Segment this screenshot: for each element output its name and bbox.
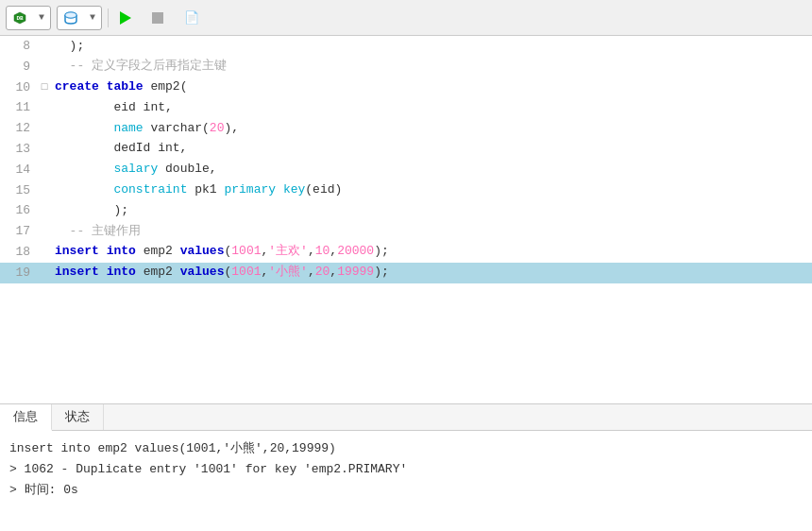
explain-icon: 📄 [184,10,199,25]
table-row: 10□create table emp2( [0,77,812,98]
svg-point-3 [65,12,76,18]
fold-icon [38,57,51,77]
output-line: > 时间: 0s [9,480,803,501]
fold-icon [38,118,51,139]
line-number: 11 [0,97,38,118]
explain-button[interactable]: 📄 [178,9,209,26]
code-segment: constraint [113,182,187,197]
code-segment: (eid) [305,182,342,197]
code-segment [55,121,113,135]
svg-text:DB: DB [16,15,24,22]
code-segment: ), [224,121,239,135]
panel-tabs: 信息状态 [0,404,812,431]
code-segment: eid int, [55,100,173,114]
code-line[interactable]: eid int, [51,97,812,118]
code-line[interactable]: -- 主键作用 [51,221,812,242]
db-icon: DB [12,10,27,26]
panel-tab-info[interactable]: 信息 [0,404,52,431]
code-segment: emp2 [136,265,180,279]
table-row: 15 constraint pk1 primary key(eid) [0,180,812,201]
code-segment: -- 定义字段之后再指定主键 [55,59,227,73]
line-number: 9 [0,57,38,77]
panel-content: insert into emp2 values(1001,'小熊',20,199… [0,431,812,508]
table-row: 16 ); [0,200,812,221]
code-segment: emp2( [144,79,188,94]
table-row: 12 name varchar(20), [0,118,812,139]
code-line[interactable]: create table emp2( [51,77,812,98]
fold-icon [38,36,51,57]
code-segment: 20 [210,121,225,135]
output-line: > 1062 - Duplicate entry '1001' for key … [9,459,803,480]
bottom-panel: 信息状态 insert into emp2 values(1001,'小熊',2… [0,404,812,531]
panel-tab-status[interactable]: 状态 [52,404,104,430]
db-selector[interactable]: DB ▼ [6,6,51,30]
schema-selector[interactable]: ▼ [57,6,102,30]
line-number: 10 [0,77,38,98]
code-segment [99,79,107,94]
run-button[interactable] [114,9,141,26]
code-segment: salary [113,162,158,176]
code-segment: dedId int, [55,141,187,155]
code-segment: 10 [315,244,330,258]
code-segment: varchar( [144,121,210,135]
code-segment: ); [374,244,389,258]
code-line[interactable]: ); [51,200,812,221]
line-number: 12 [0,118,38,139]
code-segment: values [180,244,225,258]
line-number: 19 [0,263,38,283]
code-segment: values [180,265,225,279]
code-segment [55,182,113,197]
line-number: 13 [0,139,38,160]
code-segment: pk1 [187,182,224,197]
fold-icon [38,160,51,180]
code-line[interactable]: dedId int, [51,139,812,160]
code-line[interactable]: constraint pk1 primary key(eid) [51,180,812,201]
schema-dropdown-icon: ▼ [90,12,95,23]
separator-1 [108,9,109,27]
toolbar: DB ▼ ▼ 📄 [0,0,812,36]
code-segment: 20 [315,265,330,279]
code-segment: create [55,79,99,94]
fold-icon [38,139,51,160]
table-row: 11 eid int, [0,97,812,118]
code-editor[interactable]: 8 );9 -- 定义字段之后再指定主键10□create table emp2… [0,36,812,404]
line-number: 14 [0,160,38,180]
code-segment: double, [158,162,216,176]
fold-icon[interactable]: □ [38,77,51,98]
code-line[interactable]: insert into emp2 values(1001,'主欢',10,200… [51,242,812,263]
code-line[interactable]: -- 定义字段之后再指定主键 [51,57,812,77]
code-line[interactable]: insert into emp2 values(1001,'小熊',20,199… [51,263,812,283]
code-segment [55,162,113,176]
code-segment: -- 主键作用 [55,224,141,238]
code-segment: insert [55,265,99,279]
line-number: 18 [0,242,38,263]
code-line[interactable]: name varchar(20), [51,118,812,139]
fold-icon [38,180,51,201]
db-dropdown-icon: ▼ [39,12,44,23]
table-row: 17 -- 主键作用 [0,221,812,242]
table-row: 8 ); [0,36,812,57]
table-row: 13 dedId int, [0,139,812,160]
code-segment: ); [55,39,84,53]
code-table: 8 );9 -- 定义字段之后再指定主键10□create table emp2… [0,36,812,283]
fold-icon [38,97,51,118]
code-segment: , [308,244,315,258]
code-line[interactable]: ); [51,36,812,57]
fold-icon [38,242,51,263]
code-segment [276,182,283,197]
code-segment: , [330,265,337,279]
code-line[interactable]: salary double, [51,160,812,180]
code-segment: 1001 [231,265,261,279]
stop-button[interactable] [146,10,173,26]
table-row: 18insert into emp2 values(1001,'主欢',10,2… [0,242,812,263]
code-segment: into [107,265,136,279]
line-number: 15 [0,180,38,201]
table-row: 19insert into emp2 values(1001,'小熊',20,1… [0,263,812,283]
code-segment: emp2 [136,244,180,258]
fold-icon [38,263,51,283]
code-segment: name [113,121,143,135]
output-line: insert into emp2 values(1001,'小熊',20,199… [9,438,803,459]
line-number: 16 [0,200,38,221]
table-row: 14 salary double, [0,160,812,180]
code-segment: primary [224,182,276,197]
